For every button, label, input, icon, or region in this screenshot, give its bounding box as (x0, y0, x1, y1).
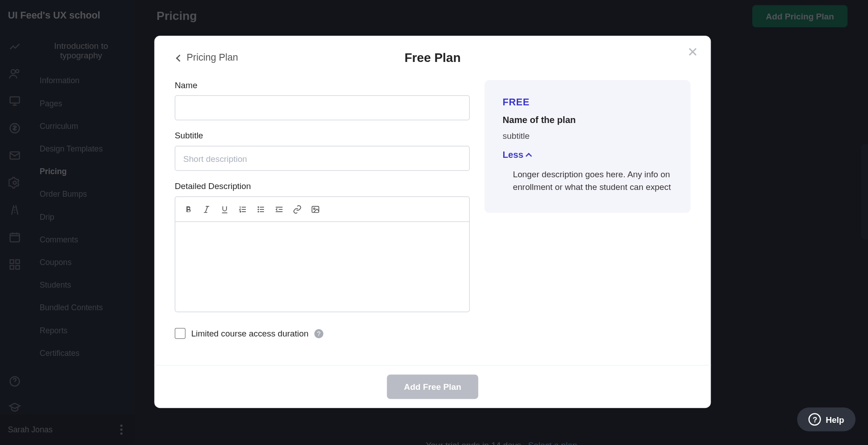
link-icon[interactable] (291, 203, 304, 216)
modal-header: Pricing Plan Free Plan × (154, 36, 711, 80)
bold-icon[interactable] (182, 203, 195, 216)
less-label: Less (503, 150, 524, 160)
subtitle-label: Subtitle (175, 131, 470, 140)
preview-price: FREE (503, 97, 672, 109)
name-input[interactable] (175, 95, 470, 120)
breadcrumb-back[interactable]: Pricing Plan (177, 52, 238, 63)
checkbox-label: Limited course access duration (191, 329, 308, 338)
close-button[interactable]: × (685, 44, 701, 60)
preview-subtitle: subtitle (503, 131, 672, 141)
preview-plan-name: Name of the plan (503, 115, 672, 126)
underline-icon[interactable] (218, 203, 231, 216)
help-fab[interactable]: ? Help (797, 407, 856, 431)
ordered-list-icon[interactable] (236, 203, 249, 216)
help-fab-icon: ? (809, 413, 821, 426)
name-label: Name (175, 80, 470, 90)
svg-point-23 (258, 211, 259, 212)
preview-long-description: Longer description goes here. Any info o… (503, 168, 672, 193)
less-toggle[interactable]: Less (503, 150, 531, 160)
add-free-plan-button[interactable]: Add Free Plan (387, 374, 478, 399)
modal-footer: Add Free Plan (154, 365, 711, 408)
svg-point-21 (258, 207, 259, 208)
chevron-left-icon (176, 54, 183, 62)
limited-duration-checkbox[interactable] (175, 328, 186, 339)
subtitle-input[interactable] (175, 146, 470, 171)
svg-point-28 (314, 208, 315, 209)
editor-toolbar (175, 197, 469, 222)
detailed-label: Detailed Description (175, 181, 470, 190)
preview-column: FREE Name of the plan subtitle Less Long… (485, 80, 691, 365)
pricing-modal: Pricing Plan Free Plan × Name Subtitle D… (154, 36, 711, 408)
svg-point-22 (258, 209, 259, 210)
image-icon[interactable] (309, 203, 322, 216)
chevron-up-icon (526, 153, 532, 159)
rich-text-editor (175, 196, 470, 312)
help-fab-label: Help (826, 415, 844, 424)
modal-body: Name Subtitle Detailed Description (154, 80, 711, 365)
limited-duration-row: Limited course access duration ? (175, 328, 470, 339)
italic-icon[interactable] (200, 203, 213, 216)
modal-title: Free Plan (405, 51, 461, 66)
tooltip-icon[interactable]: ? (314, 329, 323, 338)
preview-card: FREE Name of the plan subtitle Less Long… (485, 80, 691, 213)
editor-textarea[interactable] (175, 222, 469, 312)
breadcrumb-label: Pricing Plan (187, 52, 238, 63)
unordered-list-icon[interactable] (255, 203, 267, 216)
outdent-icon[interactable] (273, 203, 286, 216)
form-column: Name Subtitle Detailed Description (175, 80, 470, 365)
svg-line-14 (205, 206, 208, 212)
